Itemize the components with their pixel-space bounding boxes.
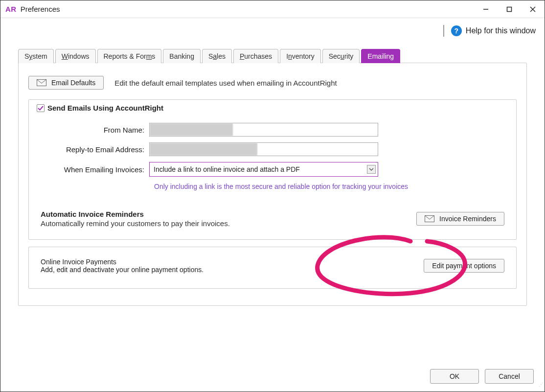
send-emails-group: Send Emails Using AccountRight From Name… xyxy=(28,99,517,240)
chevron-down-icon xyxy=(367,165,376,174)
app-logo: AR xyxy=(5,5,17,13)
tab-banking[interactable]: Banking xyxy=(163,49,201,63)
cancel-label: Cancel xyxy=(499,372,520,380)
help-row: ? Help for this window xyxy=(0,18,545,40)
invoice-reminders-button[interactable]: Invoice Reminders xyxy=(416,212,504,226)
tab-reports-forms[interactable]: Reports & Forms xyxy=(97,49,162,63)
tab-sales[interactable]: Sales xyxy=(202,49,232,63)
window-controls xyxy=(474,0,545,18)
reply-to-input[interactable] xyxy=(149,142,378,156)
send-emails-checkbox[interactable] xyxy=(37,104,45,112)
tab-strip: System Windows Reports & Forms Banking S… xyxy=(0,40,545,63)
from-name-input[interactable] xyxy=(149,123,378,137)
tab-purchases[interactable]: Purchases xyxy=(233,49,278,63)
invoice-reminders-label: Invoice Reminders xyxy=(439,215,496,223)
dialog-footer: OK Cancel xyxy=(430,369,534,384)
email-defaults-button[interactable]: Email Defaults xyxy=(28,76,104,90)
send-emails-title: Send Emails Using AccountRight xyxy=(47,104,163,112)
when-emailing-value: Include a link to online invoice and att… xyxy=(154,165,300,173)
tab-system[interactable]: System xyxy=(18,49,54,63)
tab-windows[interactable]: Windows xyxy=(55,49,96,63)
from-name-label: From Name: xyxy=(38,126,149,134)
maximize-button[interactable] xyxy=(498,0,521,18)
payments-title: Online Invoice Payments xyxy=(41,258,204,266)
help-separator xyxy=(443,25,444,37)
reminders-subsection: Automatic Invoice Reminders Automaticall… xyxy=(38,210,507,228)
tab-emailing[interactable]: Emailing xyxy=(361,49,400,63)
tab-inventory[interactable]: Inventory xyxy=(280,49,321,63)
preferences-panel: Email Defaults Edit the default email te… xyxy=(18,63,527,306)
edit-payment-options-label: Edit payment options xyxy=(432,262,496,270)
tab-security[interactable]: Security xyxy=(322,49,360,63)
cancel-button[interactable]: Cancel xyxy=(485,369,534,384)
resize-grip[interactable]: ⋰ xyxy=(537,384,544,391)
reply-to-label: Reply-to Email Address: xyxy=(38,145,149,154)
online-payments-group: Online Invoice Payments Add, edit and de… xyxy=(28,247,517,289)
mail-icon xyxy=(37,79,46,86)
reminders-description: Automatically remind your customers to p… xyxy=(41,219,230,228)
window-title: Preferences xyxy=(21,5,60,13)
svg-rect-1 xyxy=(507,7,512,11)
ok-label: OK xyxy=(450,372,459,380)
email-defaults-description: Edit the default email templates used wh… xyxy=(114,79,337,87)
minimize-button[interactable] xyxy=(474,0,498,18)
close-button[interactable] xyxy=(521,0,545,18)
help-link[interactable]: Help for this window xyxy=(466,26,536,35)
edit-payment-options-button[interactable]: Edit payment options xyxy=(424,259,504,273)
email-defaults-row: Email Defaults Edit the default email te… xyxy=(28,76,517,90)
titlebar: AR Preferences xyxy=(0,0,545,18)
when-emailing-select[interactable]: Include a link to online invoice and att… xyxy=(149,162,378,177)
email-defaults-label: Email Defaults xyxy=(51,79,95,87)
ok-button[interactable]: OK xyxy=(430,369,479,384)
mail-icon xyxy=(425,215,434,222)
payments-description: Add, edit and deactivate your online pay… xyxy=(41,266,204,274)
help-icon[interactable]: ? xyxy=(451,25,462,36)
when-emailing-label: When Emailing Invoices: xyxy=(38,165,149,174)
when-emailing-hint: Only including a link is the most secure… xyxy=(154,183,507,190)
reminders-title: Automatic Invoice Reminders xyxy=(41,210,230,218)
